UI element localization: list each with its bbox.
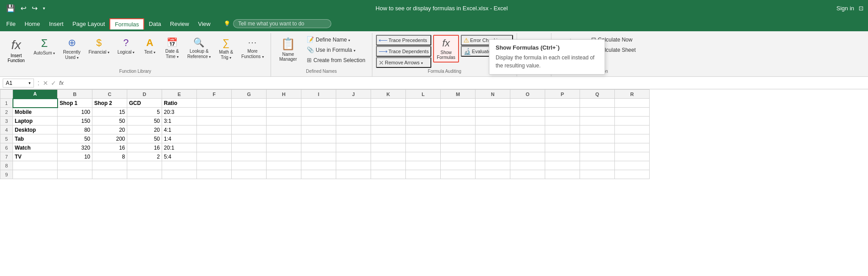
insert-function-button[interactable]: fx InsertFunction [4,35,29,66]
cell-P8[interactable] [545,161,580,170]
date-time-button[interactable]: 📅 Date &Time ▾ [162,35,182,62]
cell-H4[interactable] [267,125,301,134]
col-header-L[interactable]: L [406,90,441,99]
col-header-F[interactable]: F [197,90,232,99]
name-manager-button[interactable]: 📋 NameManager [275,35,302,64]
col-header-J[interactable]: J [336,90,371,99]
cell-M1[interactable] [441,99,476,108]
cell-G3[interactable] [232,117,267,125]
cell-A8[interactable] [13,161,58,170]
text-button[interactable]: A Text ▾ [139,35,160,57]
cell-F8[interactable] [197,161,232,170]
cell-E7[interactable]: 5:4 [162,152,197,161]
logical-button[interactable]: ? Logical ▾ [114,35,138,57]
cell-F3[interactable] [197,117,232,125]
col-header-H[interactable]: H [267,90,301,99]
undo-button[interactable]: ↩ [19,3,28,13]
col-header-E[interactable]: E [162,90,197,99]
col-header-D[interactable]: D [127,90,162,99]
col-header-M[interactable]: M [441,90,476,99]
cell-K6[interactable] [371,143,406,152]
col-header-A[interactable]: A [13,90,58,99]
confirm-formula-icon[interactable]: ✓ [51,79,56,87]
cell-D5[interactable]: 50 [127,134,162,143]
cell-F2[interactable] [197,108,232,117]
cell-L5[interactable] [406,134,441,143]
cell-C2[interactable]: 15 [92,108,127,117]
cell-H3[interactable] [267,117,301,125]
cell-E6[interactable]: 20:1 [162,143,197,152]
use-in-formula-button[interactable]: 📎 Use in Formula ▾ [304,45,368,54]
cell-R2[interactable] [615,108,650,117]
cell-M8[interactable] [441,161,476,170]
cell-C6[interactable]: 16 [92,143,127,152]
restore-button[interactable]: ⊡ [859,5,864,12]
col-header-R[interactable]: R [615,90,650,99]
cell-E1[interactable]: Ratio [162,99,197,108]
cell-R4[interactable] [615,125,650,134]
cell-K8[interactable] [371,161,406,170]
cell-D2[interactable]: 5 [127,108,162,117]
cell-B9[interactable] [58,170,92,179]
menu-home[interactable]: Home [20,19,45,29]
cell-J8[interactable] [336,161,371,170]
cell-P2[interactable] [545,108,580,117]
cell-R5[interactable] [615,134,650,143]
trace-dependents-button[interactable]: ⟶ Trace Dependents [376,46,431,57]
cell-M4[interactable] [441,125,476,134]
cell-D8[interactable] [127,161,162,170]
cell-J5[interactable] [336,134,371,143]
create-from-selection-button[interactable]: ⊞ Create from Selection [304,55,368,65]
cell-J6[interactable] [336,143,371,152]
cell-E9[interactable] [162,170,197,179]
cell-L2[interactable] [406,108,441,117]
col-header-N[interactable]: N [476,90,510,99]
cell-I7[interactable] [301,152,336,161]
cell-ref-dropdown[interactable]: ▾ [29,81,31,85]
cell-N3[interactable] [476,117,510,125]
cell-P5[interactable] [545,134,580,143]
cell-M3[interactable] [441,117,476,125]
cell-M7[interactable] [441,152,476,161]
cell-I3[interactable] [301,117,336,125]
cell-B3[interactable]: 150 [58,117,92,125]
cell-J3[interactable] [336,117,371,125]
cell-C7[interactable]: 8 [92,152,127,161]
cell-H2[interactable] [267,108,301,117]
cell-Q5[interactable] [580,134,615,143]
recently-used-button[interactable]: ⊕ RecentlyUsed ▾ [60,35,83,63]
cell-R6[interactable] [615,143,650,152]
cell-B4[interactable]: 80 [58,125,92,134]
cell-Q7[interactable] [580,152,615,161]
cell-H9[interactable] [267,170,301,179]
col-header-G[interactable]: G [232,90,267,99]
cell-G5[interactable] [232,134,267,143]
cell-B7[interactable]: 10 [58,152,92,161]
cell-B6[interactable]: 320 [58,143,92,152]
cell-K1[interactable] [371,99,406,108]
cell-K4[interactable] [371,125,406,134]
cell-G6[interactable] [232,143,267,152]
cell-G7[interactable] [232,152,267,161]
cell-N7[interactable] [476,152,510,161]
cancel-formula-icon[interactable]: ✕ [43,79,48,87]
cell-E8[interactable] [162,161,197,170]
cell-H7[interactable] [267,152,301,161]
cell-J2[interactable] [336,108,371,117]
cell-P9[interactable] [545,170,580,179]
cell-J9[interactable] [336,170,371,179]
cell-Q1[interactable] [580,99,615,108]
cell-E5[interactable]: 1:4 [162,134,197,143]
cell-F5[interactable] [197,134,232,143]
cell-G2[interactable] [232,108,267,117]
cell-B2[interactable]: 100 [58,108,92,117]
cell-F1[interactable] [197,99,232,108]
cell-L9[interactable] [406,170,441,179]
cell-A7[interactable]: TV [13,152,58,161]
cell-P1[interactable] [545,99,580,108]
menu-formulas[interactable]: Formulas [109,18,144,29]
cell-L1[interactable] [406,99,441,108]
cell-L8[interactable] [406,161,441,170]
trace-precedents-button[interactable]: ⟵ Trace Precedents [376,35,431,46]
col-header-Q[interactable]: Q [580,90,615,99]
